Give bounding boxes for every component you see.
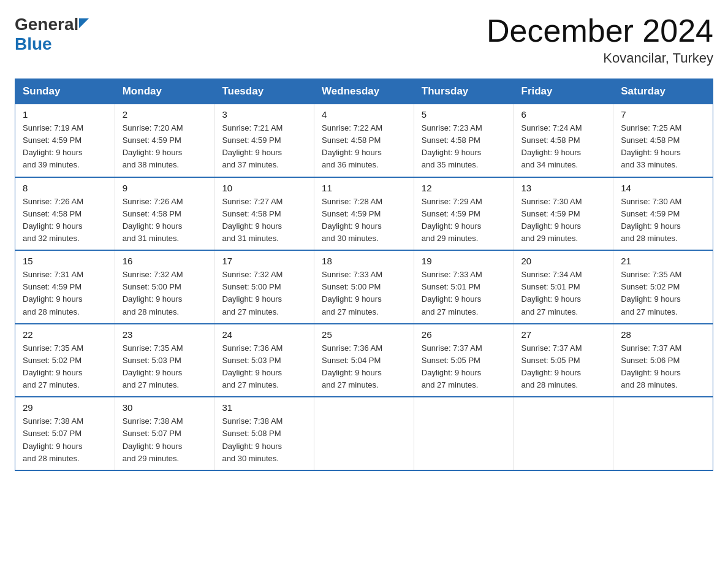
day-cell-25: 25Sunrise: 7:36 AMSunset: 5:04 PMDayligh… [314, 324, 414, 397]
day-cell-23: 23Sunrise: 7:35 AMSunset: 5:03 PMDayligh… [115, 324, 214, 397]
day-info: Sunrise: 7:38 AMSunset: 5:08 PMDaylight:… [222, 415, 306, 465]
day-info: Sunrise: 7:33 AMSunset: 5:00 PMDaylight:… [322, 269, 406, 318]
week-row-3: 15Sunrise: 7:31 AMSunset: 4:59 PMDayligh… [15, 250, 713, 324]
day-cell-10: 10Sunrise: 7:27 AMSunset: 4:58 PMDayligh… [214, 177, 314, 251]
day-cell-26: 26Sunrise: 7:37 AMSunset: 5:05 PMDayligh… [414, 324, 514, 397]
day-number: 18 [322, 256, 406, 266]
day-info: Sunrise: 7:38 AMSunset: 5:07 PMDaylight:… [23, 415, 107, 465]
day-number: 23 [123, 329, 207, 340]
day-cell-13: 13Sunrise: 7:30 AMSunset: 4:59 PMDayligh… [514, 177, 613, 251]
header-sunday: Sunday [15, 79, 115, 104]
day-cell-21: 21Sunrise: 7:35 AMSunset: 5:02 PMDayligh… [613, 250, 713, 324]
title-block: December 2024 Kovancilar, Turkey [487, 15, 713, 66]
day-number: 31 [222, 402, 306, 413]
day-info: Sunrise: 7:38 AMSunset: 5:07 PMDaylight:… [123, 415, 207, 465]
header-thursday: Thursday [414, 79, 514, 104]
day-info: Sunrise: 7:35 AMSunset: 5:03 PMDaylight:… [123, 342, 207, 392]
day-cell-19: 19Sunrise: 7:33 AMSunset: 5:01 PMDayligh… [414, 250, 514, 324]
day-cell-27: 27Sunrise: 7:37 AMSunset: 5:05 PMDayligh… [514, 324, 613, 397]
day-cell-22: 22Sunrise: 7:35 AMSunset: 5:02 PMDayligh… [15, 324, 115, 397]
day-number: 25 [322, 329, 406, 340]
day-number: 9 [123, 183, 207, 193]
month-title: December 2024 [487, 15, 713, 47]
day-cell-empty [613, 397, 713, 470]
day-number: 8 [23, 183, 107, 193]
day-cell-28: 28Sunrise: 7:37 AMSunset: 5:06 PMDayligh… [613, 324, 713, 397]
day-number: 13 [521, 183, 606, 193]
day-number: 15 [23, 256, 107, 266]
day-number: 12 [422, 183, 506, 193]
day-info: Sunrise: 7:32 AMSunset: 5:00 PMDaylight:… [222, 269, 306, 318]
day-info: Sunrise: 7:30 AMSunset: 4:59 PMDaylight:… [621, 196, 705, 245]
day-info: Sunrise: 7:32 AMSunset: 5:00 PMDaylight:… [123, 269, 207, 318]
day-info: Sunrise: 7:36 AMSunset: 5:03 PMDaylight:… [222, 342, 306, 392]
header-friday: Friday [514, 79, 613, 104]
day-number: 11 [322, 183, 406, 193]
day-number: 4 [322, 109, 406, 120]
day-cell-empty [514, 397, 613, 470]
day-info: Sunrise: 7:33 AMSunset: 5:01 PMDaylight:… [422, 269, 506, 318]
day-info: Sunrise: 7:30 AMSunset: 4:59 PMDaylight:… [521, 196, 606, 245]
day-info: Sunrise: 7:34 AMSunset: 5:01 PMDaylight:… [521, 269, 606, 318]
day-info: Sunrise: 7:35 AMSunset: 5:02 PMDaylight:… [621, 269, 705, 318]
day-cell-31: 31Sunrise: 7:38 AMSunset: 5:08 PMDayligh… [214, 397, 314, 470]
day-info: Sunrise: 7:24 AMSunset: 4:58 PMDaylight:… [521, 122, 606, 172]
day-number: 27 [521, 329, 606, 340]
day-cell-15: 15Sunrise: 7:31 AMSunset: 4:59 PMDayligh… [15, 250, 115, 324]
day-cell-7: 7Sunrise: 7:25 AMSunset: 4:58 PMDaylight… [613, 104, 713, 177]
day-number: 17 [222, 256, 306, 266]
day-cell-14: 14Sunrise: 7:30 AMSunset: 4:59 PMDayligh… [613, 177, 713, 251]
day-info: Sunrise: 7:35 AMSunset: 5:02 PMDaylight:… [23, 342, 107, 392]
day-info: Sunrise: 7:37 AMSunset: 5:06 PMDaylight:… [621, 342, 705, 392]
day-cell-empty [414, 397, 514, 470]
day-number: 2 [123, 109, 207, 120]
day-info: Sunrise: 7:37 AMSunset: 5:05 PMDaylight:… [521, 342, 606, 392]
day-info: Sunrise: 7:28 AMSunset: 4:59 PMDaylight:… [322, 196, 406, 245]
day-cell-20: 20Sunrise: 7:34 AMSunset: 5:01 PMDayligh… [514, 250, 613, 324]
day-cell-2: 2Sunrise: 7:20 AMSunset: 4:59 PMDaylight… [115, 104, 214, 177]
day-cell-12: 12Sunrise: 7:29 AMSunset: 4:59 PMDayligh… [414, 177, 514, 251]
header-tuesday: Tuesday [214, 79, 314, 104]
day-info: Sunrise: 7:26 AMSunset: 4:58 PMDaylight:… [23, 196, 107, 245]
day-cell-18: 18Sunrise: 7:33 AMSunset: 5:00 PMDayligh… [314, 250, 414, 324]
day-cell-11: 11Sunrise: 7:28 AMSunset: 4:59 PMDayligh… [314, 177, 414, 251]
day-number: 6 [521, 109, 606, 120]
day-number: 7 [621, 109, 705, 120]
day-number: 28 [621, 329, 705, 340]
day-cell-9: 9Sunrise: 7:26 AMSunset: 4:58 PMDaylight… [115, 177, 214, 251]
day-number: 3 [222, 109, 306, 120]
header-wednesday: Wednesday [314, 79, 414, 104]
logo-triangle-icon [79, 18, 89, 28]
day-info: Sunrise: 7:20 AMSunset: 4:59 PMDaylight:… [123, 122, 207, 172]
logo-blue-text: Blue [15, 36, 52, 53]
day-number: 16 [123, 256, 207, 266]
day-number: 19 [422, 256, 506, 266]
day-info: Sunrise: 7:23 AMSunset: 4:58 PMDaylight:… [422, 122, 506, 172]
day-number: 5 [422, 109, 506, 120]
location-text: Kovancilar, Turkey [487, 50, 713, 66]
day-cell-16: 16Sunrise: 7:32 AMSunset: 5:00 PMDayligh… [115, 250, 214, 324]
day-info: Sunrise: 7:27 AMSunset: 4:58 PMDaylight:… [222, 196, 306, 245]
day-info: Sunrise: 7:29 AMSunset: 4:59 PMDaylight:… [422, 196, 506, 245]
header-monday: Monday [115, 79, 214, 104]
day-cell-6: 6Sunrise: 7:24 AMSunset: 4:58 PMDaylight… [514, 104, 613, 177]
day-info: Sunrise: 7:31 AMSunset: 4:59 PMDaylight:… [23, 269, 107, 318]
day-info: Sunrise: 7:25 AMSunset: 4:58 PMDaylight:… [621, 122, 705, 172]
logo: General Blue [15, 15, 89, 53]
week-row-5: 29Sunrise: 7:38 AMSunset: 5:07 PMDayligh… [15, 397, 713, 470]
day-info: Sunrise: 7:19 AMSunset: 4:59 PMDaylight:… [23, 122, 107, 172]
day-number: 29 [23, 402, 107, 413]
day-info: Sunrise: 7:21 AMSunset: 4:59 PMDaylight:… [222, 122, 306, 172]
day-number: 22 [23, 329, 107, 340]
day-info: Sunrise: 7:36 AMSunset: 5:04 PMDaylight:… [322, 342, 406, 392]
page-header: General Blue December 2024 Kovancilar, T… [15, 15, 713, 66]
week-row-2: 8Sunrise: 7:26 AMSunset: 4:58 PMDaylight… [15, 177, 713, 251]
day-cell-24: 24Sunrise: 7:36 AMSunset: 5:03 PMDayligh… [214, 324, 314, 397]
day-number: 1 [23, 109, 107, 120]
day-number: 24 [222, 329, 306, 340]
day-info: Sunrise: 7:26 AMSunset: 4:58 PMDaylight:… [123, 196, 207, 245]
day-cell-1: 1Sunrise: 7:19 AMSunset: 4:59 PMDaylight… [15, 104, 115, 177]
day-number: 10 [222, 183, 306, 193]
day-number: 20 [521, 256, 606, 266]
calendar-header-row: SundayMondayTuesdayWednesdayThursdayFrid… [15, 79, 713, 104]
